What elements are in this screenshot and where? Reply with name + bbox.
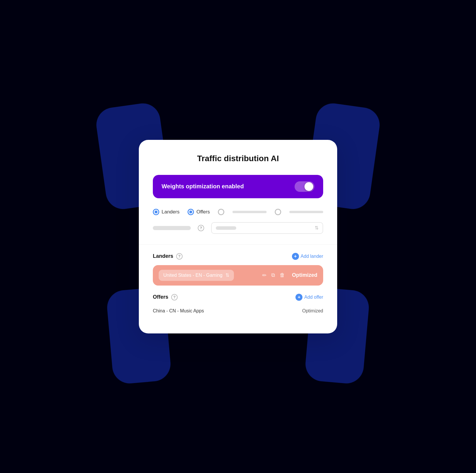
offers-section-title: Offers	[153, 294, 168, 300]
weights-optimization-banner: Weights optimization enabled	[153, 175, 323, 198]
add-offer-icon: +	[295, 294, 302, 301]
edit-icon[interactable]: ✏	[262, 272, 267, 279]
label-placeholder	[153, 226, 191, 230]
offers-radio-label: Offers	[196, 209, 210, 215]
add-offer-label: Add offer	[304, 295, 323, 300]
landers-radio[interactable]: Landers	[153, 209, 179, 215]
copy-icon[interactable]: ⧉	[271, 272, 275, 278]
controls-row: ? ⇅	[153, 222, 323, 234]
select-placeholder	[216, 226, 236, 230]
slider-circle-2	[275, 209, 281, 215]
delete-icon[interactable]: 🗑	[280, 272, 285, 278]
add-offer-button[interactable]: + Add offer	[295, 294, 323, 301]
offer-name: China - CN - Music Apps	[153, 308, 204, 314]
select-box[interactable]: ⇅	[211, 222, 323, 234]
landers-title-group: Landers ?	[153, 253, 183, 260]
landers-radio-label: Landers	[162, 209, 179, 215]
chevron-updown-icon: ⇅	[315, 226, 318, 230]
offers-radio[interactable]: Offers	[188, 209, 210, 215]
landers-section-title: Landers	[153, 253, 173, 259]
slider-1[interactable]	[232, 211, 266, 213]
offers-title-group: Offers ?	[153, 294, 178, 300]
weights-optimization-toggle[interactable]	[295, 181, 314, 192]
slider-circle-1	[218, 209, 224, 215]
add-lander-button[interactable]: + Add lander	[292, 253, 323, 260]
offer-item: China - CN - Music Apps Optimized	[153, 306, 323, 316]
radio-row: Landers Offers	[153, 209, 323, 215]
help-icon-offers[interactable]: ?	[171, 294, 178, 300]
divider-1	[139, 244, 337, 245]
page-title: Traffic distribution AI	[153, 154, 323, 163]
lander-actions: ✏ ⧉ 🗑 Optimized	[262, 272, 317, 279]
lander-chevron-icon: ⇅	[225, 273, 229, 278]
landers-radio-circle	[153, 209, 159, 215]
offers-radio-circle	[188, 209, 194, 215]
lander-status-badge: Optimized	[292, 272, 317, 278]
lander-name: United States - EN - Gaming	[163, 273, 223, 278]
add-lander-label: Add lander	[301, 254, 323, 259]
lander-item: United States - EN - Gaming ⇅ ✏ ⧉ 🗑 Opti…	[153, 265, 323, 286]
help-icon-landers[interactable]: ?	[176, 253, 183, 260]
landers-section-header: Landers ? + Add lander	[153, 253, 323, 260]
offer-status-badge: Optimized	[302, 308, 323, 314]
help-icon-controls[interactable]: ?	[198, 225, 204, 231]
lander-select[interactable]: United States - EN - Gaming ⇅	[159, 270, 234, 281]
main-card: Traffic distribution AI Weights optimiza…	[139, 140, 337, 333]
slider-2[interactable]	[289, 211, 323, 213]
offers-section-header: Offers ? + Add offer	[153, 294, 323, 301]
toggle-label: Weights optimization enabled	[162, 183, 244, 190]
scene: Traffic distribution AI Weights optimiza…	[107, 47, 369, 426]
add-lander-icon: +	[292, 253, 299, 260]
toggle-knob	[304, 182, 313, 191]
